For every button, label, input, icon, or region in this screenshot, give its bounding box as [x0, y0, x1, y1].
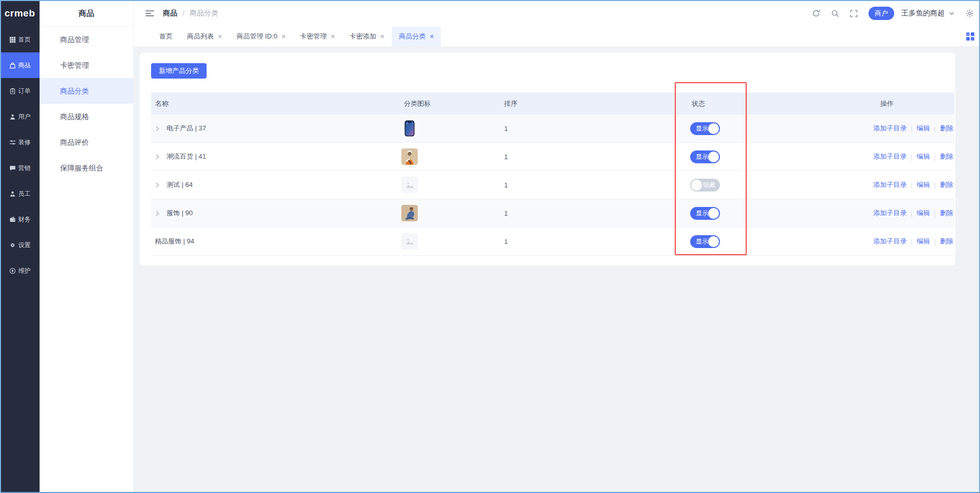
tab-close-icon[interactable]: ×: [282, 33, 286, 40]
submenu-item[interactable]: 商品规格: [40, 104, 133, 129]
chat-icon: [9, 165, 16, 172]
sidebar-item-user[interactable]: 用户: [0, 104, 40, 129]
expand-chevron-icon[interactable]: [155, 182, 160, 188]
edit-link[interactable]: 编辑: [917, 124, 930, 133]
submenu-item[interactable]: 商品分类: [40, 78, 133, 104]
tab-item[interactable]: 首页: [152, 27, 180, 46]
role-badge[interactable]: 商户: [868, 7, 894, 20]
model-orange-image: [401, 148, 418, 165]
sidebar-item-decorate[interactable]: 装修: [0, 129, 40, 155]
grid-blue-icon[interactable]: [966, 32, 974, 41]
fullscreen-icon[interactable]: [850, 10, 858, 17]
toggle-knob: [708, 123, 719, 134]
delete-link[interactable]: 删除: [940, 180, 953, 189]
add-subdirectory-link[interactable]: 添加子目录: [873, 152, 907, 161]
sidebar-item-home[interactable]: 首页: [0, 27, 40, 52]
edit-link[interactable]: 编辑: [917, 180, 930, 189]
refresh-icon[interactable]: [812, 9, 820, 17]
submenu-item[interactable]: 保障服务组合: [40, 155, 133, 181]
category-name-cell: 服饰 | 90: [151, 208, 400, 218]
delete-link[interactable]: 删除: [940, 237, 953, 246]
user-icon: [9, 113, 16, 120]
category-card: 新增产品分类 名称分类图标排序状态操作 电子产品 | 371显示添加子目录|编辑…: [140, 53, 955, 266]
category-image-cell: [400, 205, 500, 221]
sidebar-item-label: 商品: [19, 61, 31, 70]
category-image-cell: [400, 120, 500, 137]
tab-close-icon[interactable]: ×: [331, 33, 335, 40]
search-icon[interactable]: [831, 9, 839, 17]
sidebar-item-product[interactable]: 商品: [0, 52, 40, 78]
submenu-item[interactable]: 商品评价: [40, 129, 133, 155]
toggle-knob: [691, 180, 702, 191]
column-header: 排序: [500, 99, 688, 108]
status-toggle[interactable]: 显示: [690, 207, 720, 220]
user-name[interactable]: 王多鱼的商超: [901, 9, 945, 18]
logo-ring-decoration: [18, 0, 21, 1]
expand-chevron-icon[interactable]: [155, 211, 160, 216]
breadcrumb-separator: /: [182, 9, 184, 17]
status-toggle-label: 显示: [696, 153, 708, 161]
edit-link[interactable]: 编辑: [917, 152, 930, 161]
app-logo[interactable]: crmeb: [0, 0, 40, 27]
table-body: 电子产品 | 371显示添加子目录|编辑|删除潮流百货 | 411显示添加子目录…: [151, 115, 954, 256]
tabbar: 首页商品列表×商品管理 ID:0×卡密管理×卡密添加×商品分类×: [134, 27, 980, 46]
sidebar-item-label: 首页: [19, 35, 31, 44]
breadcrumb-root[interactable]: 商品: [163, 9, 177, 18]
add-subdirectory-link[interactable]: 添加子目录: [873, 208, 907, 218]
delete-link[interactable]: 删除: [940, 208, 953, 218]
delete-link[interactable]: 删除: [940, 152, 953, 161]
sidebar-item-label: 财务: [19, 215, 31, 224]
edit-link[interactable]: 编辑: [917, 208, 930, 218]
table-row: 服饰 | 901显示添加子目录|编辑|删除: [151, 199, 954, 227]
tab-item[interactable]: 卡密添加×: [342, 27, 392, 46]
status-toggle[interactable]: 显示: [690, 122, 720, 135]
gear-icon[interactable]: [966, 9, 974, 17]
add-subdirectory-link[interactable]: 添加子目录: [873, 180, 907, 189]
status-toggle[interactable]: 显示: [690, 235, 720, 248]
tab-item[interactable]: 卡密管理×: [293, 27, 342, 46]
expand-chevron-icon[interactable]: [155, 126, 160, 131]
toggle-knob: [708, 236, 719, 247]
action-separator: |: [911, 210, 912, 217]
add-category-button[interactable]: 新增产品分类: [151, 63, 207, 79]
table-row: 精品服饰 | 941显示添加子目录|编辑|删除: [151, 227, 954, 256]
tab-close-icon[interactable]: ×: [380, 33, 384, 40]
sidebar-item-label: 营销: [19, 164, 31, 173]
sidebar-item-label: 用户: [19, 112, 31, 121]
status-toggle[interactable]: 显示: [690, 150, 720, 163]
collapse-menu-icon[interactable]: [145, 10, 154, 17]
status-toggle[interactable]: 隐藏: [690, 179, 720, 192]
sidebar-item-label: 装修: [19, 138, 31, 147]
sidebar-item-maintain[interactable]: 维护: [0, 258, 40, 283]
sidebar-item-order[interactable]: 订单: [0, 78, 40, 104]
add-subdirectory-link[interactable]: 添加子目录: [873, 124, 907, 133]
sidebar-item-marketing[interactable]: 营销: [0, 155, 40, 181]
chevron-down-icon[interactable]: [949, 10, 955, 16]
submenu-item[interactable]: 卡密管理: [40, 52, 133, 78]
main-content: 新增产品分类 名称分类图标排序状态操作 电子产品 | 371显示添加子目录|编辑…: [134, 46, 980, 493]
tab-label: 商品管理 ID:0: [236, 32, 277, 41]
clipboard-icon: [9, 88, 16, 94]
tab-label: 商品列表: [187, 32, 214, 41]
compass-icon: [9, 268, 16, 274]
delete-link[interactable]: 删除: [940, 124, 953, 133]
sidebar-item-finance[interactable]: 财务: [0, 206, 40, 232]
action-separator: |: [911, 153, 912, 161]
edit-link[interactable]: 编辑: [917, 237, 930, 246]
expand-chevron-icon[interactable]: [155, 154, 160, 160]
tab-item[interactable]: 商品分类×: [392, 27, 441, 46]
add-subdirectory-link[interactable]: 添加子目录: [873, 237, 907, 246]
submenu-item[interactable]: 商品管理: [40, 27, 133, 52]
sidebar-item-settings[interactable]: 设置: [0, 232, 40, 258]
tab-item[interactable]: 商品管理 ID:0×: [229, 27, 293, 46]
topbar: 商品 / 商品分类 商户 王多鱼的商超: [134, 0, 980, 27]
category-name-cell: 潮流百货 | 41: [151, 152, 400, 161]
tab-close-icon[interactable]: ×: [430, 33, 434, 40]
sidebar-item-staff[interactable]: 员工: [0, 181, 40, 206]
tab-list: 首页商品列表×商品管理 ID:0×卡密管理×卡密添加×商品分类×: [152, 27, 441, 46]
actions-cell: 添加子目录|编辑|删除: [873, 237, 954, 246]
tab-close-icon[interactable]: ×: [218, 33, 222, 40]
tab-label: 商品分类: [399, 32, 426, 41]
breadcrumb-current: 商品分类: [190, 9, 218, 18]
tab-item[interactable]: 商品列表×: [180, 27, 229, 46]
